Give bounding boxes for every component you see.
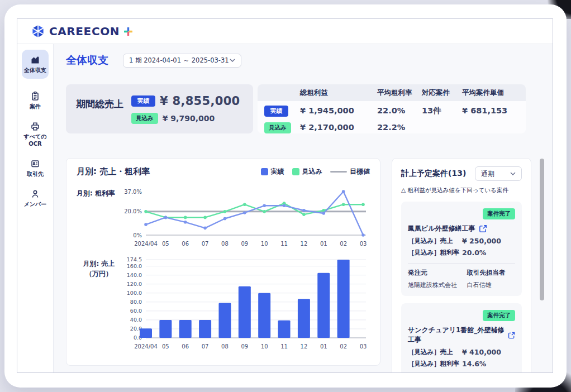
- projects-warning-note: △ 粗利益が見込み値を下回っている案件: [401, 187, 522, 194]
- forecast-sales-value: ¥ 250,000: [462, 237, 501, 245]
- sidebar-item-members[interactable]: メンバー: [19, 189, 51, 208]
- status-badge: 案件完了: [483, 208, 515, 219]
- project-title-link[interactable]: サンクチュアリ1番館_外壁補修工事: [408, 326, 505, 345]
- svg-text:80.0: 80.0: [130, 299, 142, 305]
- app-frame: CAREECON 全体収支: [17, 18, 553, 373]
- project-title-link[interactable]: 鳳凰ビル外壁修繕工事: [408, 224, 475, 233]
- external-link-icon[interactable]: [508, 331, 515, 340]
- forecast-sales-value: ¥ 9,790,000: [163, 114, 215, 123]
- top-header: CAREECON: [17, 19, 553, 44]
- page-title: 全体収支: [66, 53, 108, 68]
- svg-text:0%: 0%: [133, 232, 142, 238]
- status-badge: 案件完了: [483, 310, 515, 321]
- page-background: CAREECON 全体収支: [0, 0, 571, 392]
- forecast-margin-label: ［見込み］粗利率: [408, 360, 462, 368]
- forecast-margin-label: ［見込み］粗利率: [408, 248, 462, 257]
- clipboard-icon: [30, 91, 40, 101]
- svg-text:01: 01: [320, 241, 327, 247]
- chart-card-title: 月別: 売上・粗利率: [77, 166, 150, 177]
- svg-text:37.0%: 37.0%: [124, 189, 142, 195]
- chart-legend: 実績 見込み 目標値: [261, 167, 370, 176]
- forecast-sales-value: ¥ 410,000: [462, 348, 501, 356]
- stats-header-row: 総粗利益 平均粗利率 対応案件 平均案件単価: [258, 84, 526, 101]
- sidebar-item-all-ocr[interactable]: すべてのOCR: [19, 121, 51, 147]
- period-selector[interactable]: 1 期 2024-04-01 ～ 2025-03-31: [123, 54, 241, 68]
- id-card-icon: [30, 159, 40, 169]
- legend-label: 実績: [271, 167, 284, 176]
- external-link-icon[interactable]: [479, 224, 487, 233]
- legend-actual: 実績: [261, 167, 284, 176]
- svg-text:03: 03: [360, 343, 367, 350]
- forecast-margin-value: 14.6%: [462, 360, 486, 368]
- forecast-margin-value: 20.0%: [462, 248, 486, 257]
- sidebar-item-label: 案件: [30, 103, 41, 110]
- sidebar-item-label: 取引先: [27, 170, 44, 178]
- svg-text:120.0: 120.0: [127, 281, 142, 287]
- contact-name: 白石信雄: [467, 281, 515, 289]
- svg-text:12: 12: [301, 241, 308, 247]
- monthly-sales-bar-chart: 174.5160.0140.0120.0100.080.060.040.020.…: [121, 255, 370, 351]
- svg-text:06: 06: [182, 241, 189, 247]
- logo-plus-icon: [123, 27, 133, 36]
- main-scrollbar[interactable]: [540, 159, 544, 300]
- svg-text:08: 08: [221, 343, 229, 350]
- bar-chart-label-line2: （万円）: [77, 269, 121, 279]
- svg-text:03: 03: [360, 241, 367, 247]
- project-card[interactable]: 案件完了 鳳凰ビル外壁修繕工事 ［: [401, 202, 522, 296]
- sidebar: 全体収支 案件: [17, 44, 54, 372]
- member-icon: [30, 189, 40, 199]
- sidebar-item-label: メンバー: [24, 200, 47, 208]
- sidebar-item-label: すべてのOCR: [19, 133, 51, 147]
- stats-forecast-row: 見込み ¥ 2,170,000 22.2%: [258, 120, 526, 133]
- avg-margin-actual: 22.0%: [377, 106, 422, 115]
- scheduled-projects-panel: 計上予定案件(13) 通期 △ 粗利益が見込み値を下回っている案件: [392, 158, 531, 372]
- svg-text:09: 09: [241, 343, 248, 350]
- chevron-down-icon: [230, 59, 235, 62]
- svg-text:12: 12: [301, 343, 308, 350]
- sidebar-item-clients[interactable]: 取引先: [19, 159, 51, 178]
- svg-text:160.0: 160.0: [127, 263, 142, 269]
- svg-text:140.0: 140.0: [127, 272, 142, 278]
- svg-text:10: 10: [261, 343, 268, 350]
- forecast-badge: 見込み: [264, 122, 291, 133]
- line-chart-label: 月別: 粗利率: [77, 186, 121, 248]
- legend-label: 目標値: [350, 167, 370, 176]
- stats-panel: 総粗利益 平均粗利率 対応案件 平均案件単価 実績 ¥ 1,945,000 22…: [258, 84, 526, 133]
- svg-text:01: 01: [320, 343, 327, 350]
- svg-text:05: 05: [162, 241, 169, 247]
- page-head: 全体収支 1 期 2024-04-01 ～ 2025-03-31: [66, 53, 241, 68]
- forecast-badge: 見込み: [131, 113, 158, 124]
- chevron-down-icon: [510, 172, 516, 175]
- actual-sales-value: ¥ 8,855,000: [160, 94, 240, 108]
- legend-target-line-swatch: [330, 171, 347, 173]
- bar-chart-label: 月別: 売上 （万円）: [77, 255, 121, 351]
- project-card[interactable]: 案件完了 サンクチュアリ1番館_外壁補修工事: [401, 303, 522, 372]
- sidebar-item-projects[interactable]: 案件: [19, 91, 51, 110]
- bar-chart-label-line1: 月別: 売上: [77, 259, 121, 269]
- svg-text:07: 07: [202, 241, 209, 247]
- logo-text: CAREECON: [49, 25, 120, 38]
- svg-text:10: 10: [261, 241, 268, 247]
- sidebar-item-overall-balance[interactable]: 全体収支: [22, 50, 49, 79]
- forecast-sales-label: ［見込み］売上: [408, 237, 462, 245]
- avg-case-price: ¥ 681,153: [462, 106, 526, 115]
- actual-badge: 実績: [264, 106, 288, 117]
- projects-period-filter[interactable]: 通期: [475, 166, 522, 181]
- legend-label: 見込み: [302, 167, 322, 176]
- legend-forecast-swatch: [292, 168, 299, 175]
- svg-text:08: 08: [221, 241, 229, 247]
- gross-profit-actual: ¥ 1,945,000: [300, 106, 377, 115]
- sidebar-item-label: 全体収支: [24, 66, 46, 74]
- svg-text:11: 11: [280, 241, 288, 247]
- svg-text:40.0: 40.0: [130, 317, 142, 323]
- projects-panel-title: 計上予定案件(13): [401, 169, 466, 179]
- actual-badge: 実績: [131, 95, 155, 107]
- svg-text:2024/04: 2024/04: [134, 241, 158, 247]
- stats-header: 平均粗利率: [377, 88, 422, 98]
- svg-text:2024/04: 2024/04: [134, 343, 158, 350]
- printer-icon: [30, 121, 40, 131]
- logo[interactable]: CAREECON: [31, 24, 133, 39]
- client-header: 発注元: [408, 269, 467, 277]
- case-count: 13件: [422, 106, 462, 116]
- avg-margin-forecast: 22.2%: [377, 123, 422, 132]
